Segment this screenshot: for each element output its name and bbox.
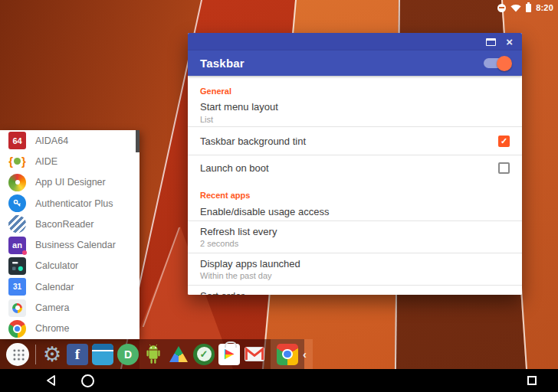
taskbar-divider [35,345,36,364]
chrome-icon[interactable] [277,344,298,365]
aide-brace: { [8,155,13,168]
recents-button[interactable] [524,369,540,392]
navigation-bar [0,369,558,392]
maximize-icon[interactable] [486,38,496,46]
home-circle-icon [81,374,94,387]
android-robot-icon[interactable] [143,344,164,365]
toggle-knob [497,56,512,71]
play-store-icon[interactable] [218,344,240,365]
aida64-icon: 64 [8,132,26,149]
setting-start-menu-layout[interactable]: Start menu layout List [188,99,522,126]
checkmark-glyph: ✓ [197,347,212,361]
calendar-icon: 31 [8,278,26,296]
setting-refresh-list-every[interactable]: Refresh list every 2 seconds [188,221,522,253]
checkmark-app-icon[interactable]: ✓ [193,344,215,365]
taskbar-active-app: ‹ [271,339,313,369]
setting-title: Launch on boot [200,162,269,174]
settings-gear-icon[interactable]: ⚙ [41,344,63,365]
close-icon[interactable]: × [506,36,513,47]
app-label: Business Calendar [35,240,116,250]
chrome-icon-ring [282,349,292,359]
app-label: AIDA64 [35,136,68,146]
baconreader-icon [8,215,26,233]
apps-grid-icon [11,348,25,361]
status-bar: 8:20 [0,0,558,15]
start-menu-item-chrome[interactable]: Chrome [0,318,140,339]
aide-robot-dot [14,158,21,165]
do-not-disturb-icon [497,4,506,12]
play-triangle [225,349,235,360]
aide-icon: {} [8,152,26,170]
app-label: Authenticator Plus [35,198,113,209]
setting-title: Refresh list every [200,226,510,237]
home-button[interactable] [80,369,95,392]
google-drive-icon[interactable] [168,344,189,365]
start-menu-scrollbar[interactable] [136,130,140,152]
setting-launch-on-boot[interactable]: Launch on boot [188,155,522,181]
checkbox-checked[interactable]: ✓ [498,136,510,147]
app-label: Camera [35,302,69,313]
section-header-general: General [188,76,522,99]
calculator-icon [8,257,26,275]
checkbox-unchecked[interactable] [498,162,510,174]
app-label: Calculator [35,260,78,271]
start-menu-item-camera[interactable]: Camera [0,297,140,318]
app-label: AIDE [35,156,57,167]
start-menu-item-aide[interactable]: {} AIDE [0,151,140,172]
start-menu-panel: 64 AIDA64 {} AIDE App UI Designer Authen… [0,130,140,339]
setting-value: 2 seconds [200,239,510,248]
start-menu-item-aida64[interactable]: 64 AIDA64 [0,130,140,151]
tablet-screen: 8:20 64 AIDA64 {} AIDE App UI Designer A… [0,0,558,392]
app-ui-designer-icon [8,174,26,191]
start-menu-item-baconreader[interactable]: BaconReader [0,214,140,234]
notes-binding [92,344,113,351]
start-menu-item-authenticator-plus[interactable]: Authenticator Plus [0,193,140,214]
recents-square-icon [527,376,537,385]
taskbar-settings-window: × Taskbar General Start menu layout List… [188,33,522,295]
app-label: Chrome [35,323,69,334]
app-label: BaconReader [35,219,94,230]
drive-triangle [169,346,188,362]
section-header-recent-apps: Recent apps [188,181,522,203]
start-button[interactable] [6,343,29,366]
start-menu-item-app-ui-designer[interactable]: App UI Designer [0,172,140,193]
start-menu-item-calculator[interactable]: Calculator [0,256,140,276]
chrome-icon-ring [13,325,21,333]
app-bar: Taskbar [188,51,522,76]
setting-sort-order[interactable]: Sort order [188,286,522,295]
notes-app-icon[interactable] [92,344,113,365]
settings-list: General Start menu layout List Taskbar b… [188,76,522,295]
status-clock: 8:20 [536,3,553,12]
facebook-icon[interactable]: f [67,344,88,365]
setting-taskbar-background-tint[interactable]: Taskbar background tint ✓ [188,127,522,155]
window-titlebar[interactable]: × [188,33,522,51]
chrome-icon-center [284,351,290,358]
setting-title: Start menu layout [200,101,510,113]
pushbullet-icon[interactable]: D [117,344,139,365]
setting-value: List [200,115,510,124]
back-button[interactable] [43,369,58,392]
start-menu-item-calendar[interactable]: 31 Calendar [0,276,140,297]
app-label: Calendar [35,282,74,292]
setting-display-apps-launched[interactable]: Display apps launched Within the past da… [188,253,522,285]
start-menu-item-business-calendar[interactable]: an Business Calendar [0,234,140,255]
setting-title: Enable/disable usage access [200,206,510,217]
setting-title: Sort order [200,290,510,295]
setting-title: Display apps launched [200,258,510,270]
wifi-icon [510,4,521,12]
authenticator-plus-icon [8,194,26,212]
app-label: App UI Designer [35,177,106,188]
chrome-icon [8,320,26,338]
business-calendar-icon: an [8,237,26,254]
setting-usage-access[interactable]: Enable/disable usage access [188,203,522,220]
chrome-icon-center [15,326,21,332]
aide-brace: } [21,155,26,168]
page-title: Taskbar [200,57,245,70]
setting-value: Within the past day [200,271,510,280]
collapse-taskbar-icon[interactable]: ‹ [303,348,307,360]
camera-lens [12,303,22,313]
gmail-icon[interactable] [244,344,265,365]
taskbar: ⚙ f D [0,339,304,369]
taskbar-master-toggle[interactable] [484,58,510,68]
setting-title: Taskbar background tint [200,136,306,147]
